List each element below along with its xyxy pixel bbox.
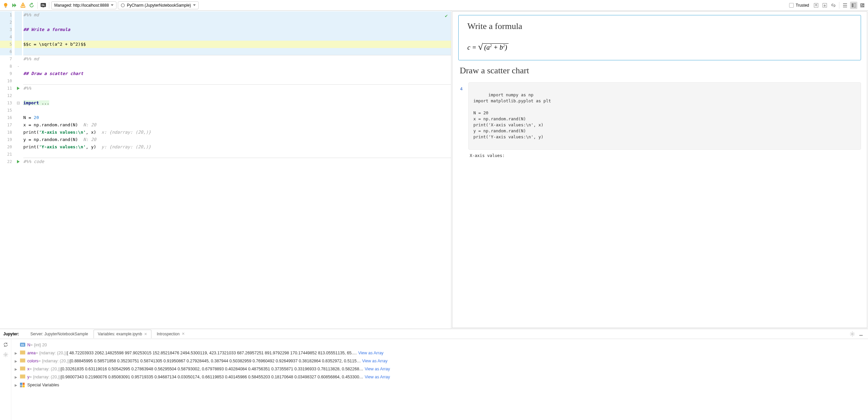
run-cell-icon[interactable]: [14, 85, 22, 92]
main-split: 1 2 3 4 5 6 7 8 9 10 11 12 13 15 16 17 1…: [0, 11, 868, 329]
view-as-array-link[interactable]: View as Array: [365, 367, 390, 371]
svg-point-12: [5, 354, 6, 356]
svg-rect-7: [854, 3, 856, 7]
fold-marker-icon[interactable]: -: [16, 64, 20, 69]
interrupt-icon[interactable]: [19, 2, 27, 9]
trusted-toggle[interactable]: Trusted: [789, 3, 809, 8]
rendered-cell-formula[interactable]: Write a formula c = √(a2 + b2): [458, 15, 861, 60]
separator: [49, 2, 49, 9]
array-icon: [20, 375, 26, 379]
svg-rect-6: [852, 3, 854, 7]
special-vars-icon: [20, 383, 26, 387]
chevron-down-icon: [193, 4, 196, 6]
array-icon: [20, 359, 26, 363]
notebook-toolbar: DL Managed: http://localhost:8888 PyChar…: [0, 0, 868, 11]
svg-point-3: [121, 4, 124, 7]
var-row-colors[interactable]: ▶ colors = {ndarray: (20,)} [0.88845995 …: [14, 357, 865, 365]
editor-pane: 1 2 3 4 5 6 7 8 9 10 11 12 13 15 16 17 1…: [0, 11, 451, 329]
run-cell-icon[interactable]: [14, 158, 22, 165]
view-as-array-link[interactable]: View as Array: [358, 351, 383, 355]
execution-count: 4: [460, 86, 463, 92]
refresh-icon[interactable]: [2, 341, 9, 348]
svg-point-10: [852, 333, 854, 335]
rendered-formula: c = √(a2 + b2): [467, 40, 852, 54]
preview-output: X-axis values:: [468, 150, 861, 161]
var-row-special[interactable]: ▶ Special Variables: [14, 381, 865, 389]
code-editor[interactable]: ✔ #%% md ## Write a formula $$c = \sqrt(…: [22, 11, 451, 329]
variables-side-toolbar: [0, 339, 11, 420]
tab-variables[interactable]: Variables: example.ipynb✕: [94, 330, 151, 338]
view-list-icon[interactable]: [841, 2, 849, 9]
var-row-n[interactable]: 01 N = {int} 20: [14, 341, 865, 349]
var-row-x[interactable]: ▶ x = {ndarray: (20,)} [0.33261835 0.631…: [14, 365, 865, 373]
download-icon[interactable]: [821, 2, 828, 9]
gutter-icons: - ⊟: [14, 11, 22, 329]
separator: [839, 2, 839, 9]
close-tab-icon[interactable]: ✕: [144, 332, 147, 336]
preview-heading-scatter: Draw a scatter chart: [460, 66, 860, 76]
variables-tree[interactable]: 01 N = {int} 20 ▶ area = {ndarray: (20,)…: [11, 339, 868, 420]
bulb-icon[interactable]: [2, 2, 9, 9]
view-image-icon[interactable]: [859, 2, 866, 9]
panel-minimize-icon[interactable]: [857, 330, 865, 338]
server-dropdown[interactable]: Managed: http://localhost:8888: [51, 1, 117, 9]
jupyter-panel: Jupyter: Server: JupyterNotebookSample V…: [0, 329, 868, 420]
settings-icon[interactable]: [2, 351, 9, 358]
svg-point-9: [861, 4, 862, 5]
separator: [37, 2, 38, 9]
run-all-icon[interactable]: [11, 2, 18, 9]
panel-settings-icon[interactable]: [849, 330, 856, 338]
expand-icon[interactable]: ▶: [14, 351, 20, 355]
var-row-y[interactable]: ▶ y = {ndarray: (20,)} [0.98007343 0.219…: [14, 373, 865, 381]
view-split-icon[interactable]: [850, 2, 857, 9]
jupyter-label: Jupyter:: [3, 332, 19, 336]
preview-code-block: 4import numpy as np import matplotlib.py…: [468, 82, 861, 150]
preview-heading-formula: Write a formula: [467, 21, 852, 31]
kernel-label: PyCharm (JupyterNotebookSample): [127, 3, 191, 8]
kernel-status-icon: [121, 3, 125, 7]
int-icon: 01: [20, 343, 26, 347]
chevron-down-icon: [111, 4, 114, 6]
close-tab-icon[interactable]: ✕: [182, 332, 185, 336]
preview-pane[interactable]: Write a formula c = √(a2 + b2) Draw a sc…: [452, 11, 867, 328]
trusted-label: Trusted: [796, 3, 809, 8]
link-icon[interactable]: [830, 2, 837, 9]
trusted-checkbox[interactable]: [789, 3, 794, 8]
var-row-area[interactable]: ▶ area = {ndarray: (20,)} [ 48.72203933 …: [14, 349, 865, 357]
restart-icon[interactable]: [28, 2, 35, 9]
view-as-array-link[interactable]: View as Array: [365, 375, 390, 379]
expand-icon[interactable]: ▶: [14, 367, 20, 371]
view-as-array-link[interactable]: View as Array: [362, 359, 388, 363]
inspection-ok-icon: ✔: [445, 12, 447, 19]
fold-marker-icon[interactable]: ⊟: [16, 101, 20, 105]
expand-icon[interactable]: ▶: [14, 359, 20, 363]
tab-introspection[interactable]: Introspection✕: [153, 330, 189, 338]
svg-rect-0: [5, 7, 6, 8]
svg-rect-11: [859, 335, 863, 336]
svg-text:DL: DL: [41, 4, 45, 7]
expand-icon[interactable]: ▶: [14, 375, 20, 379]
upload-icon[interactable]: [812, 2, 820, 9]
array-icon: [20, 351, 26, 355]
server-label: Managed: http://localhost:8888: [54, 3, 109, 8]
array-icon: [20, 367, 26, 371]
tab-server[interactable]: Server: JupyterNotebookSample: [26, 330, 92, 338]
kernel-dropdown[interactable]: PyCharm (JupyterNotebookSample): [118, 1, 199, 9]
expand-icon[interactable]: ▶: [14, 383, 20, 387]
jupyter-tabs: Jupyter: Server: JupyterNotebookSample V…: [0, 329, 868, 339]
debug-console-icon[interactable]: DL: [40, 2, 47, 9]
line-number-gutter: 1 2 3 4 5 6 7 8 9 10 11 12 13 15 16 17 1…: [0, 11, 14, 329]
